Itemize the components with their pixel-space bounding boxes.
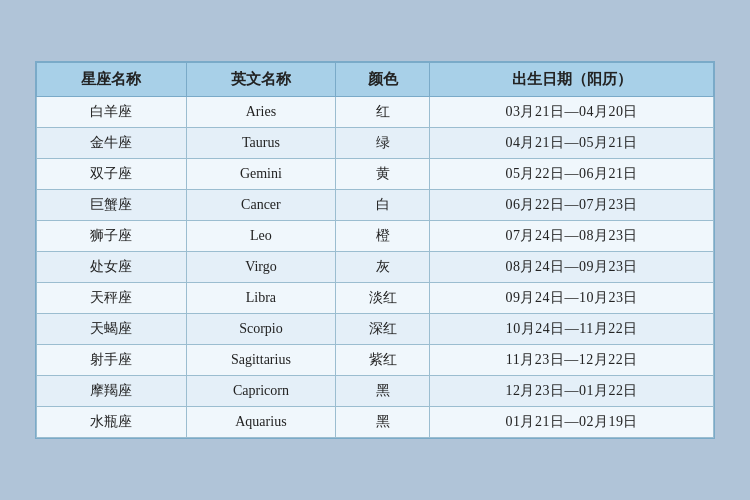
cell-english: Gemini (186, 159, 336, 190)
cell-english: Scorpio (186, 314, 336, 345)
table-row: 狮子座Leo橙07月24日—08月23日 (37, 221, 714, 252)
cell-date: 09月24日—10月23日 (430, 283, 714, 314)
table-row: 白羊座Aries红03月21日—04月20日 (37, 97, 714, 128)
table-header-row: 星座名称 英文名称 颜色 出生日期（阳历） (37, 63, 714, 97)
cell-date: 11月23日—12月22日 (430, 345, 714, 376)
cell-english: Sagittarius (186, 345, 336, 376)
table-row: 水瓶座Aquarius黑01月21日—02月19日 (37, 407, 714, 438)
cell-date: 04月21日—05月21日 (430, 128, 714, 159)
table-row: 天蝎座Scorpio深红10月24日—11月22日 (37, 314, 714, 345)
table-row: 双子座Gemini黄05月22日—06月21日 (37, 159, 714, 190)
cell-color: 橙 (336, 221, 430, 252)
cell-english: Virgo (186, 252, 336, 283)
zodiac-table-container: 星座名称 英文名称 颜色 出生日期（阳历） 白羊座Aries红03月21日—04… (35, 61, 715, 439)
cell-chinese: 处女座 (37, 252, 187, 283)
cell-color: 绿 (336, 128, 430, 159)
header-english: 英文名称 (186, 63, 336, 97)
cell-english: Libra (186, 283, 336, 314)
cell-date: 08月24日—09月23日 (430, 252, 714, 283)
cell-chinese: 巨蟹座 (37, 190, 187, 221)
cell-color: 灰 (336, 252, 430, 283)
cell-english: Taurus (186, 128, 336, 159)
table-row: 射手座Sagittarius紫红11月23日—12月22日 (37, 345, 714, 376)
table-row: 巨蟹座Cancer白06月22日—07月23日 (37, 190, 714, 221)
table-body: 白羊座Aries红03月21日—04月20日金牛座Taurus绿04月21日—0… (37, 97, 714, 438)
cell-color: 红 (336, 97, 430, 128)
cell-chinese: 金牛座 (37, 128, 187, 159)
cell-chinese: 狮子座 (37, 221, 187, 252)
cell-color: 黑 (336, 376, 430, 407)
cell-chinese: 双子座 (37, 159, 187, 190)
table-row: 摩羯座Capricorn黑12月23日—01月22日 (37, 376, 714, 407)
cell-chinese: 射手座 (37, 345, 187, 376)
cell-date: 03月21日—04月20日 (430, 97, 714, 128)
cell-color: 黑 (336, 407, 430, 438)
cell-date: 10月24日—11月22日 (430, 314, 714, 345)
zodiac-table: 星座名称 英文名称 颜色 出生日期（阳历） 白羊座Aries红03月21日—04… (36, 62, 714, 438)
table-row: 处女座Virgo灰08月24日—09月23日 (37, 252, 714, 283)
header-chinese: 星座名称 (37, 63, 187, 97)
cell-chinese: 水瓶座 (37, 407, 187, 438)
table-row: 金牛座Taurus绿04月21日—05月21日 (37, 128, 714, 159)
cell-color: 白 (336, 190, 430, 221)
header-date: 出生日期（阳历） (430, 63, 714, 97)
cell-color: 淡红 (336, 283, 430, 314)
cell-color: 紫红 (336, 345, 430, 376)
cell-english: Cancer (186, 190, 336, 221)
cell-english: Capricorn (186, 376, 336, 407)
header-color: 颜色 (336, 63, 430, 97)
cell-chinese: 天蝎座 (37, 314, 187, 345)
cell-color: 深红 (336, 314, 430, 345)
cell-date: 12月23日—01月22日 (430, 376, 714, 407)
cell-english: Leo (186, 221, 336, 252)
cell-date: 05月22日—06月21日 (430, 159, 714, 190)
cell-english: Aquarius (186, 407, 336, 438)
cell-english: Aries (186, 97, 336, 128)
cell-date: 06月22日—07月23日 (430, 190, 714, 221)
cell-chinese: 白羊座 (37, 97, 187, 128)
cell-color: 黄 (336, 159, 430, 190)
cell-chinese: 天秤座 (37, 283, 187, 314)
cell-date: 07月24日—08月23日 (430, 221, 714, 252)
table-row: 天秤座Libra淡红09月24日—10月23日 (37, 283, 714, 314)
cell-date: 01月21日—02月19日 (430, 407, 714, 438)
cell-chinese: 摩羯座 (37, 376, 187, 407)
